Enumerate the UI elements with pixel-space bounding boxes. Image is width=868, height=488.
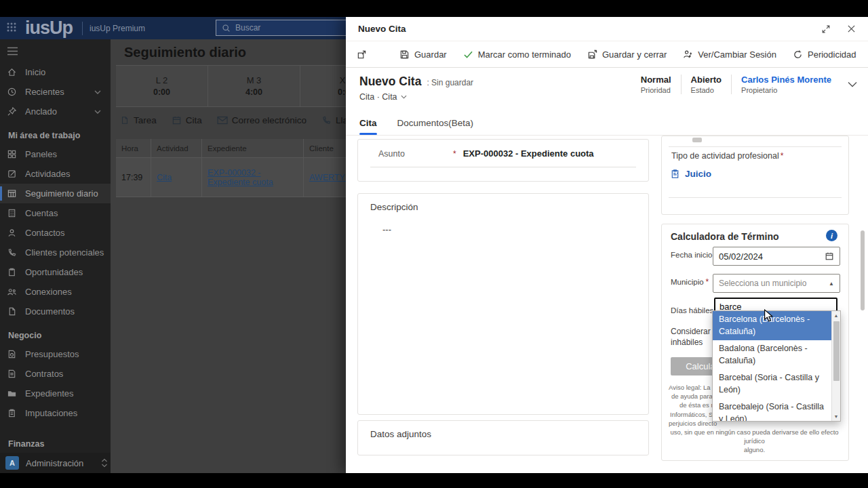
waffle-icon[interactable]: [6, 22, 17, 35]
col-header-expediente[interactable]: Expediente: [202, 139, 304, 157]
chevron-down-icon[interactable]: [94, 90, 101, 94]
dropdown-option-badalona[interactable]: Badalona (Barcelonès - Cataluña): [713, 340, 831, 369]
datos-adjuntos-card: Datos adjuntos: [357, 420, 649, 455]
sidebar-item-recientes[interactable]: Recientes: [0, 82, 111, 102]
dropdown-scrollbar[interactable]: ▲ ▼: [831, 311, 840, 421]
scroll-down-icon[interactable]: ▼: [834, 412, 839, 421]
popout-button[interactable]: [357, 49, 367, 60]
owner-field[interactable]: Carlos Pinés Morente Propietario: [731, 75, 841, 94]
sidebar-item-seguimiento-diario[interactable]: Seguimiento diario: [0, 184, 111, 203]
descripcion-value[interactable]: ---: [358, 212, 648, 235]
calendar-hours: 4:00: [245, 87, 262, 97]
new-email-button[interactable]: Correo electrónico: [217, 115, 307, 125]
sidebar-item-actividades[interactable]: Actividades: [0, 164, 111, 184]
sidebar-item-label: Documentos: [25, 306, 75, 317]
juicio-link[interactable]: Juicio: [685, 169, 711, 179]
ver-cambiar-sesion-button[interactable]: Ver/Cambiar Sesión: [683, 49, 776, 60]
sidebar-item-imputaciones[interactable]: Imputaciones: [0, 403, 111, 423]
scrollbar-thumb[interactable]: [833, 321, 840, 381]
guardar-cerrar-button[interactable]: Guardar y cerrar: [587, 49, 667, 60]
up-down-chevron-icon: [101, 458, 108, 468]
sidebar-item-label: Recientes: [25, 87, 64, 97]
sidebar-item-conexiones[interactable]: Conexiones: [0, 282, 111, 302]
owner-label: Propietario: [741, 86, 831, 94]
expediente-link[interactable]: EXP-000032 - Expediente cuota: [208, 168, 299, 187]
page-title: Seguimiento diario: [124, 45, 246, 60]
sidebar-item-expedientes[interactable]: Expedientes: [0, 384, 111, 403]
required-asterisk: *: [453, 149, 456, 159]
col-header-hora[interactable]: Hora: [116, 139, 151, 157]
dropdown-option-barcelona[interactable]: Barcelona (Barcelonès - Cataluña): [713, 311, 831, 340]
sidebar-item-contratos[interactable]: Contratos: [0, 364, 111, 384]
dropdown-option-barcebal[interactable]: Barcebal (Soria - Castilla y León): [713, 369, 831, 399]
calendar-day-cell[interactable]: M 3 4:00: [208, 66, 300, 106]
calendar-day: L 2: [156, 75, 168, 85]
guardar-button[interactable]: Guardar: [399, 49, 447, 60]
area-switcher[interactable]: A Administración: [0, 453, 111, 473]
new-task-button[interactable]: Tarea: [120, 115, 157, 125]
dialog-title: Nuevo Cita: [358, 24, 406, 34]
dialog-scrollbar-thumb[interactable]: [861, 230, 865, 310]
activity-link[interactable]: Cita: [157, 173, 172, 182]
asunto-card: Asunto * EXP-000032 - Expediente cuota: [357, 139, 649, 182]
contact-icon: [7, 228, 17, 238]
accounts-icon: [7, 208, 17, 218]
toolbar-label: Marcar como terminado: [478, 49, 571, 60]
periodicidad-button[interactable]: Periodicidad: [793, 49, 856, 60]
sidebar-item-anclado[interactable]: Anclado: [0, 102, 111, 121]
tab-documentos-beta[interactable]: Documentos(Beta): [397, 118, 474, 135]
record-subtitle[interactable]: Cita · Cita: [359, 92, 473, 102]
owner-value[interactable]: Carlos Pinés Morente: [741, 75, 831, 85]
activity-buttons: Tarea Cita Correo electrónico Llamada: [120, 115, 371, 125]
calendar-day-cell[interactable]: L 2 0:00: [116, 66, 208, 106]
marcar-terminado-button[interactable]: Marcar como terminado: [463, 49, 571, 60]
scroll-up-icon[interactable]: ▲: [834, 311, 839, 320]
col-header-actividad[interactable]: Actividad: [151, 139, 202, 157]
sidebar-item-cuentas[interactable]: Cuentas: [0, 203, 111, 223]
cell-hora: 17:39: [116, 158, 151, 197]
tipo-actividad-value[interactable]: Juicio: [670, 169, 711, 179]
opportunities-icon: [7, 267, 17, 277]
sidebar-item-contactos[interactable]: Contactos: [0, 223, 111, 243]
sidebar-item-inicio[interactable]: Inicio: [0, 62, 111, 82]
municipio-select[interactable]: Selecciona un municipio ▲: [713, 274, 840, 293]
sidebar-item-presupuestos[interactable]: Presupuestos: [0, 344, 111, 364]
sidebar-item-label: Oportunidades: [25, 267, 83, 277]
email-icon: [217, 116, 228, 125]
new-appointment-button[interactable]: Cita: [172, 115, 202, 125]
toolbar-label: Ver/Cambiar Sesión: [698, 49, 776, 60]
close-icon[interactable]: [847, 24, 856, 33]
sidebar-item-label: Actividades: [25, 169, 70, 179]
sidebar-item-clientes-potenciales[interactable]: Clientes potenciales: [0, 243, 111, 262]
sidebar-item-label: Anclado: [25, 106, 57, 117]
sidebar-item-label: Paneles: [25, 149, 57, 159]
calculadora-title: Calculadora de Término: [671, 231, 778, 242]
state-field[interactable]: Abierto Estado: [681, 75, 732, 94]
sidebar-item-label: Inicio: [25, 67, 45, 77]
hamburger-icon[interactable]: [0, 39, 111, 62]
sidebar-item-paneles[interactable]: Paneles: [0, 144, 111, 164]
fecha-inicio-label: Fecha inicio*: [671, 250, 717, 260]
sidebar-item-label: Contratos: [25, 369, 63, 379]
button-label: Tarea: [134, 115, 157, 125]
sidebar-item-label: Expedientes: [25, 388, 74, 399]
record-subtitle-text: Cita · Cita: [359, 92, 397, 102]
header-expand-chevron-icon[interactable]: [848, 81, 857, 87]
chevron-down-icon[interactable]: [94, 110, 101, 114]
expand-dialog-icon[interactable]: [821, 24, 831, 34]
info-icon[interactable]: i: [826, 230, 837, 241]
sidebar-item-label: Conexiones: [25, 287, 72, 297]
datos-adjuntos-label: Datos adjuntos: [358, 421, 648, 439]
tab-cita[interactable]: Cita: [359, 118, 377, 135]
pin-icon: [7, 106, 17, 117]
sidebar-section-negocio: Negocio: [0, 321, 111, 344]
priority-value: Normal: [641, 75, 671, 85]
contracts-icon: [7, 369, 17, 379]
sidebar-item-documentos[interactable]: Documentos: [0, 302, 111, 321]
sidebar-item-oportunidades[interactable]: Oportunidades: [0, 262, 111, 282]
asunto-value[interactable]: EXP-000032 - Expediente cuota: [463, 148, 594, 159]
fecha-inicio-input[interactable]: 05/02/2024: [713, 247, 840, 266]
dropdown-option-barcebalejo[interactable]: Barcebalejo (Soria - Castilla y León): [713, 399, 831, 421]
datepicker-icon[interactable]: [825, 251, 834, 261]
priority-field[interactable]: Normal Prioridad: [631, 75, 681, 94]
